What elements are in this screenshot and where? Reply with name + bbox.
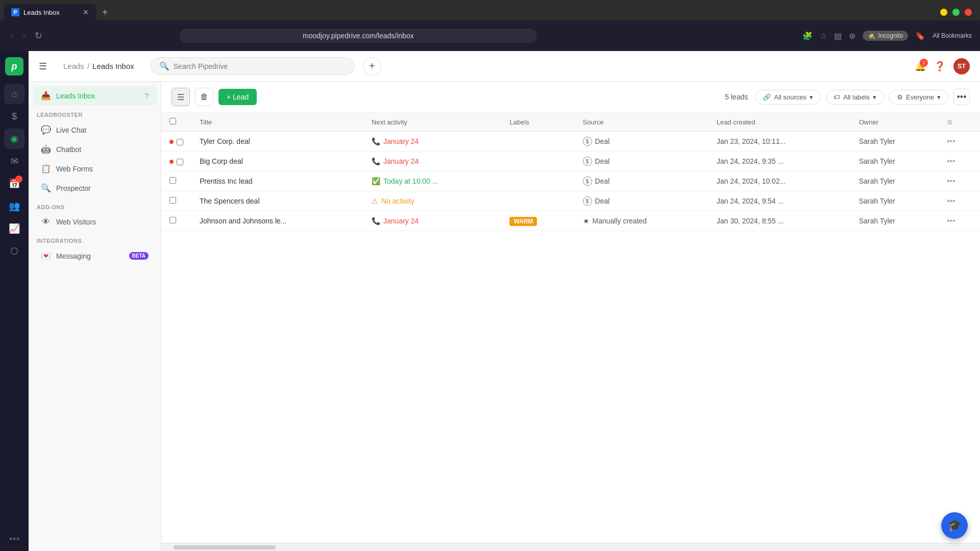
filter-sources-button[interactable]: 🔗 All sources ▾ [755, 90, 821, 105]
leads-inbox-help[interactable]: ? [144, 92, 149, 100]
row-actions-cell[interactable]: ••• [939, 152, 980, 171]
notifications-badge: 1 [920, 59, 928, 67]
breadcrumb-root[interactable]: Leads [63, 62, 84, 70]
row-title-cell[interactable]: The Spencers deal [191, 191, 363, 211]
help-fab-button[interactable]: 🎓 [941, 512, 968, 539]
nav-icon-analytics[interactable]: 📈 [4, 218, 24, 239]
row-actions-cell[interactable]: ••• [939, 191, 980, 211]
filter-labels-button[interactable]: 🏷 All labels ▾ [826, 90, 884, 105]
nav-icon-boxes[interactable]: ⬡ [4, 241, 24, 261]
select-all-checkbox[interactable] [169, 118, 176, 124]
sidebar-nav: 📥 Leads Inbox ? LEADBOOSTER 💬 Live Chat … [29, 82, 161, 551]
table-row[interactable]: Big Corp deal 📞 January 24 $ Deal Jan 24… [161, 152, 980, 171]
forward-button[interactable]: › [20, 29, 28, 43]
row-checkbox[interactable] [169, 197, 176, 204]
row-select-cell [161, 152, 191, 171]
reload-button[interactable]: ↻ [33, 28, 44, 43]
source-text: Deal [595, 157, 610, 165]
favorites-icon[interactable]: ☆ [820, 31, 827, 41]
close-button[interactable] [965, 9, 972, 16]
nav-icon-deals[interactable]: $ [4, 106, 24, 127]
row-actions-cell[interactable]: ••• [939, 171, 980, 191]
row-title-cell[interactable]: Prentiss Inc lead [191, 171, 363, 191]
all-bookmarks-label[interactable]: All Bookmarks [933, 32, 972, 39]
nav-icon-home[interactable]: ⌂ [4, 84, 24, 104]
table-row[interactable]: Prentiss Inc lead ✅ Today at 10:00 ... $… [161, 171, 980, 191]
nav-more-button[interactable]: ••• [9, 533, 19, 545]
lead-created-value: Jan 24, 2024, 10:02... [717, 177, 786, 185]
chevron-down-icon: ▾ [810, 93, 813, 101]
sidebar-item-web-forms[interactable]: 📋 Web Forms [33, 159, 157, 178]
back-button[interactable]: ‹ [8, 29, 15, 43]
nav-icon-contacts[interactable]: 👥 [4, 196, 24, 216]
sidebar-item-leads-inbox[interactable]: 📥 Leads Inbox ? [33, 86, 157, 105]
sidebar-item-web-visitors[interactable]: 👁 Web Visitors [33, 213, 157, 231]
activity-value: 📞 January 24 [372, 137, 493, 145]
row-dot-indicator [169, 160, 174, 164]
sidebar-item-messaging[interactable]: 💌 Messaging BETA [33, 246, 157, 265]
bookmarks-icon[interactable]: 🔖 [915, 31, 925, 41]
tab-close-button[interactable]: ✕ [83, 8, 89, 16]
sidebar-item-prospector[interactable]: 🔍 Prospector [33, 179, 157, 197]
row-more-button[interactable]: ••• [947, 177, 955, 185]
notifications-icon[interactable]: 🔔 1 [915, 61, 926, 72]
help-icon[interactable]: ❓ [934, 61, 945, 72]
new-tab-button[interactable]: + [98, 5, 112, 20]
col-settings-header[interactable]: ⚙ [939, 113, 980, 132]
source-icon: $ [583, 157, 592, 166]
nav-icon-leads[interactable]: ◉ [4, 129, 24, 149]
sidebar-icon[interactable]: ▤ [834, 31, 842, 41]
search-bar[interactable]: 🔍 [151, 57, 355, 75]
label-badge: WARM [509, 217, 537, 226]
row-checkbox[interactable] [177, 159, 183, 165]
row-checkbox[interactable] [169, 177, 176, 184]
sidebar-item-live-chat[interactable]: 💬 Live Chat [33, 120, 157, 139]
row-title-cell[interactable]: Johnson and Johnsons le... [191, 211, 363, 231]
row-more-button[interactable]: ••• [947, 196, 955, 205]
row-more-button[interactable]: ••• [947, 216, 955, 225]
row-title-cell[interactable]: Tyler Corp. deal [191, 132, 363, 152]
address-bar[interactable] [180, 29, 537, 43]
next-activity-header[interactable]: Next activity [363, 113, 501, 132]
row-actions-cell[interactable]: ••• [939, 211, 980, 231]
row-select-cell [161, 171, 191, 191]
extensions-icon[interactable]: 🧩 [802, 31, 813, 41]
app-logo[interactable]: p [5, 57, 23, 76]
trash-view-button[interactable]: 🗑 [195, 88, 213, 106]
more-options-button[interactable]: ••• [953, 89, 970, 105]
row-more-button[interactable]: ••• [947, 157, 955, 165]
maximize-button[interactable] [952, 9, 960, 16]
horizontal-scrollbar[interactable] [161, 543, 980, 551]
filter-owner-button[interactable]: ⚙ Everyone ▾ [889, 90, 948, 105]
select-all-header [161, 113, 191, 132]
add-lead-button[interactable]: + Lead [218, 89, 257, 105]
nav-icon-mail[interactable]: ✉ [4, 151, 24, 171]
filter-icon: ⚙ [897, 93, 903, 101]
active-tab[interactable]: P Leads Inbox ✕ [4, 4, 96, 20]
activity-icon: 📞 [372, 137, 380, 145]
table-row[interactable]: Tyler Corp. deal 📞 January 24 $ Deal Jan… [161, 132, 980, 152]
scrollbar-thumb[interactable] [174, 545, 276, 549]
lead-title: Big Corp deal [200, 157, 243, 165]
row-checkbox[interactable] [177, 139, 183, 145]
leads-inbox-label: Leads Inbox [56, 92, 95, 100]
activity-text: January 24 [383, 217, 419, 225]
add-button[interactable]: + [363, 57, 381, 76]
table-row[interactable]: The Spencers deal ⚠ No activity $ Deal J… [161, 191, 980, 211]
row-actions-cell[interactable]: ••• [939, 132, 980, 152]
list-view-button[interactable]: ☰ [172, 88, 190, 106]
nav-icon-calendar[interactable]: 📅 [4, 173, 24, 194]
profile-icon[interactable]: ⊕ [849, 31, 855, 41]
leads-table: Title Next activity Labels Source Lead c… [161, 113, 980, 231]
search-input[interactable] [174, 62, 346, 70]
user-avatar[interactable]: ST [953, 58, 970, 74]
sidebar-item-chatbot[interactable]: 🤖 Chatbot [33, 140, 157, 159]
row-title-cell[interactable]: Big Corp deal [191, 152, 363, 171]
row-more-button[interactable]: ••• [947, 137, 955, 145]
title-header: Title [191, 113, 363, 132]
row-checkbox[interactable] [169, 217, 176, 223]
sidebar-toggle-button[interactable]: ☰ [39, 61, 47, 72]
row-owner-cell: Sarah Tyler [851, 191, 939, 211]
minimize-button[interactable] [940, 9, 947, 16]
table-row[interactable]: Johnson and Johnsons le... 📞 January 24 … [161, 211, 980, 231]
